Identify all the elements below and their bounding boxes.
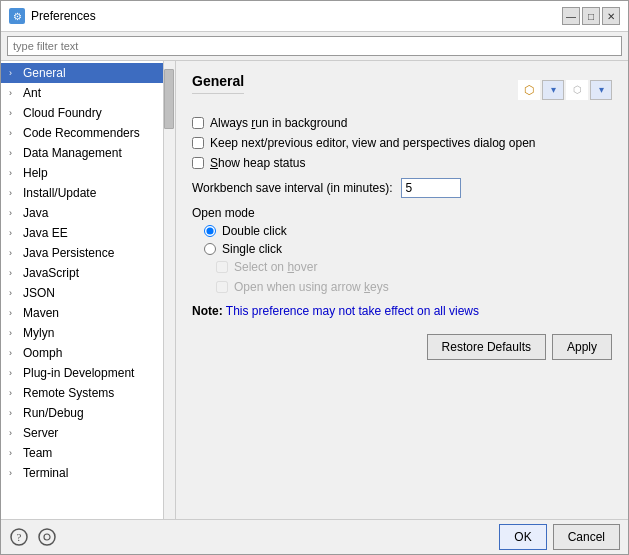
- preferences-icon[interactable]: [37, 527, 57, 547]
- note-row: Note: This preference may not take effec…: [192, 304, 612, 318]
- show-heap-label: Show heap status: [210, 156, 305, 170]
- sidebar-item-javapersistence[interactable]: › Java Persistence: [1, 243, 175, 263]
- sidebar-list: › General › Ant › Cloud Foundry › Code R…: [1, 61, 175, 485]
- sidebar-item-maven[interactable]: › Maven: [1, 303, 175, 323]
- sidebar-scrollbar[interactable]: [163, 61, 175, 519]
- expand-arrow-ant: ›: [9, 88, 19, 98]
- filter-input[interactable]: [7, 36, 622, 56]
- sidebar-item-server[interactable]: › Server: [1, 423, 175, 443]
- nav-toolbar: ⬡ ▾ ⬡ ▾: [518, 80, 612, 100]
- panel-button-bar: Restore Defaults Apply: [192, 334, 612, 360]
- restore-defaults-button[interactable]: Restore Defaults: [427, 334, 546, 360]
- sidebar-item-datamanagement[interactable]: › Data Management: [1, 143, 175, 163]
- sidebar-item-team[interactable]: › Team: [1, 443, 175, 463]
- open-arrow-label: Open when using arrow keys: [234, 280, 389, 294]
- sidebar-label-general: General: [23, 66, 66, 80]
- always-run-checkbox[interactable]: [192, 117, 204, 129]
- nav-dropdown-button[interactable]: ▾: [542, 80, 564, 100]
- sidebar-label-javapersistence: Java Persistence: [23, 246, 114, 260]
- select-hover-checkbox[interactable]: [216, 261, 228, 273]
- expand-arrow-javascript: ›: [9, 268, 19, 278]
- show-heap-checkbox[interactable]: [192, 157, 204, 169]
- ok-button[interactable]: OK: [499, 524, 546, 550]
- sidebar-item-ant[interactable]: › Ant: [1, 83, 175, 103]
- always-run-label: Always run in background: [210, 116, 347, 130]
- sidebar-item-general[interactable]: › General: [1, 63, 175, 83]
- sidebar-label-coderecommenders: Code Recommenders: [23, 126, 140, 140]
- dialog-title: Preferences: [31, 9, 556, 23]
- sidebar-label-cloudfoundry: Cloud Foundry: [23, 106, 102, 120]
- sidebar-item-json[interactable]: › JSON: [1, 283, 175, 303]
- expand-arrow-plugindevelopment: ›: [9, 368, 19, 378]
- expand-arrow-mylyn: ›: [9, 328, 19, 338]
- bottom-icons: ?: [9, 527, 57, 547]
- radio-single-click: Single click: [192, 242, 612, 256]
- maximize-button[interactable]: □: [582, 7, 600, 25]
- sidebar-label-maven: Maven: [23, 306, 59, 320]
- keep-editor-checkbox[interactable]: [192, 137, 204, 149]
- radio-double-click: Double click: [192, 224, 612, 238]
- double-click-label: Double click: [222, 224, 287, 238]
- preferences-dialog: ⚙ Preferences — □ ✕ › General › Ant: [0, 0, 629, 555]
- expand-arrow-maven: ›: [9, 308, 19, 318]
- sidebar-item-oomph[interactable]: › Oomph: [1, 343, 175, 363]
- sidebar-item-installupdate[interactable]: › Install/Update: [1, 183, 175, 203]
- expand-arrow-server: ›: [9, 428, 19, 438]
- sidebar-item-javascript[interactable]: › JavaScript: [1, 263, 175, 283]
- note-prefix: Note:: [192, 304, 223, 318]
- expand-arrow-oomph: ›: [9, 348, 19, 358]
- single-click-radio[interactable]: [204, 243, 216, 255]
- cancel-button[interactable]: Cancel: [553, 524, 620, 550]
- svg-point-2: [39, 529, 55, 545]
- checkbox-keep-editor: Keep next/previous editor, view and pers…: [192, 136, 612, 150]
- sidebar-label-plugindevelopment: Plug-in Development: [23, 366, 134, 380]
- sidebar-item-rundebug[interactable]: › Run/Debug: [1, 403, 175, 423]
- nav-forward-button[interactable]: ⬡: [566, 80, 588, 100]
- close-button[interactable]: ✕: [602, 7, 620, 25]
- sidebar-item-plugindevelopment[interactable]: › Plug-in Development: [1, 363, 175, 383]
- title-bar: ⚙ Preferences — □ ✕: [1, 1, 628, 32]
- svg-text:?: ?: [17, 531, 22, 543]
- open-arrow-checkbox[interactable]: [216, 281, 228, 293]
- nav-back-button[interactable]: ⬡: [518, 80, 540, 100]
- help-icon[interactable]: ?: [9, 527, 29, 547]
- sidebar: › General › Ant › Cloud Foundry › Code R…: [1, 61, 176, 519]
- expand-arrow-javapersistence: ›: [9, 248, 19, 258]
- sidebar-item-cloudfoundry[interactable]: › Cloud Foundry: [1, 103, 175, 123]
- expand-arrow-java: ›: [9, 208, 19, 218]
- sidebar-scrollbar-thumb[interactable]: [164, 69, 174, 129]
- sidebar-label-java: Java: [23, 206, 48, 220]
- expand-arrow-team: ›: [9, 448, 19, 458]
- content-title: General: [192, 73, 244, 94]
- sidebar-item-javaee[interactable]: › Java EE: [1, 223, 175, 243]
- sidebar-label-team: Team: [23, 446, 52, 460]
- save-interval-input[interactable]: [401, 178, 461, 198]
- double-click-radio[interactable]: [204, 225, 216, 237]
- dialog-action-buttons: OK Cancel: [499, 524, 620, 550]
- expand-arrow-remotesystems: ›: [9, 388, 19, 398]
- dialog-icon: ⚙: [9, 8, 25, 24]
- sidebar-item-mylyn[interactable]: › Mylyn: [1, 323, 175, 343]
- sidebar-label-rundebug: Run/Debug: [23, 406, 84, 420]
- sidebar-item-help[interactable]: › Help: [1, 163, 175, 183]
- keep-editor-label: Keep next/previous editor, view and pers…: [210, 136, 536, 150]
- sidebar-item-java[interactable]: › Java: [1, 203, 175, 223]
- filter-area: [1, 32, 628, 60]
- sidebar-label-javaee: Java EE: [23, 226, 68, 240]
- sidebar-label-mylyn: Mylyn: [23, 326, 54, 340]
- content-panel: General ⬡ ▾ ⬡ ▾ Always run in background…: [176, 61, 628, 519]
- checkbox-select-hover: Select on hover: [192, 260, 612, 274]
- expand-arrow-installupdate: ›: [9, 188, 19, 198]
- sidebar-label-javascript: JavaScript: [23, 266, 79, 280]
- content-top: General ⬡ ▾ ⬡ ▾: [192, 73, 612, 106]
- apply-button[interactable]: Apply: [552, 334, 612, 360]
- bottom-bar: ? OK Cancel: [1, 519, 628, 554]
- svg-point-3: [44, 534, 50, 540]
- sidebar-item-remotesystems[interactable]: › Remote Systems: [1, 383, 175, 403]
- minimize-button[interactable]: —: [562, 7, 580, 25]
- sidebar-label-terminal: Terminal: [23, 466, 68, 480]
- sidebar-item-coderecommenders[interactable]: › Code Recommenders: [1, 123, 175, 143]
- expand-arrow-coderecommenders: ›: [9, 128, 19, 138]
- sidebar-item-terminal[interactable]: › Terminal: [1, 463, 175, 483]
- nav-forward-dropdown-button[interactable]: ▾: [590, 80, 612, 100]
